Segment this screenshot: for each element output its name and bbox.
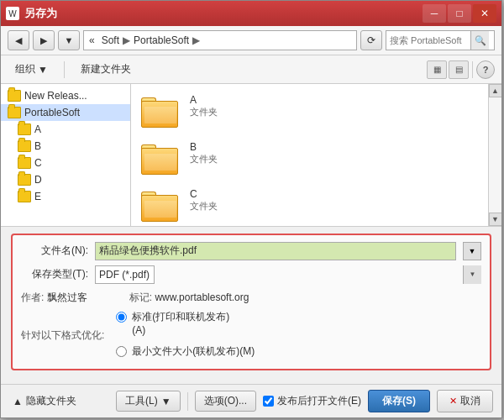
new-folder-button[interactable]: 新建文件夹 xyxy=(73,59,139,80)
search-input[interactable] xyxy=(386,35,470,45)
path-part-soft[interactable]: Soft xyxy=(102,34,119,46)
view-icons: ▦ ▤ ? xyxy=(427,60,495,79)
organize-label: 组织 xyxy=(15,62,35,76)
folder-type: 文件夹 xyxy=(190,200,218,213)
organize-button[interactable]: 组织 ▼ xyxy=(8,59,55,80)
address-bar: ◀ ▶ ▼ « Soft ▶ PortableSoft ▶ ⟳ 🔍 xyxy=(1,26,501,55)
folder-large-icon xyxy=(141,94,181,128)
save-button[interactable]: 保存(S) xyxy=(368,390,430,412)
back-button[interactable]: ◀ xyxy=(8,30,29,50)
open-after-save-checkbox[interactable] xyxy=(263,396,274,407)
tools-arrow: ▼ xyxy=(161,396,171,407)
author-section: 作者: 飘然过客 xyxy=(21,291,87,305)
optimize-radio-1[interactable] xyxy=(116,312,127,323)
folder-item-c[interactable]: C 文件夹 xyxy=(138,185,481,225)
folder-item-b[interactable]: B 文件夹 xyxy=(138,138,481,178)
tools-button[interactable]: 工具(L) ▼ xyxy=(116,391,181,412)
optimize-label: 针对以下格式优化: xyxy=(21,328,104,343)
sidebar-item-label: C xyxy=(34,157,42,169)
tag-value: www.portablesoft.org xyxy=(155,291,249,303)
view-button-1[interactable]: ▦ xyxy=(427,60,447,79)
sidebar-item-c[interactable]: C xyxy=(1,155,130,171)
title-bar-buttons: ─ □ ✕ xyxy=(423,4,496,23)
folder-icon xyxy=(18,157,31,169)
sidebar-item-label: New Releas... xyxy=(24,90,87,102)
filename-input[interactable] xyxy=(95,242,456,260)
sidebar-item-portablesoft[interactable]: PortableSoft xyxy=(1,104,130,121)
cancel-label: 取消 xyxy=(460,394,480,408)
cancel-button[interactable]: ✕ 取消 xyxy=(437,390,493,412)
filetype-label: 保存类型(T): xyxy=(21,267,88,281)
main-content: New Releas... PortableSoft A B C D xyxy=(1,84,501,226)
folder-large-icon xyxy=(141,188,181,222)
organize-arrow: ▼ xyxy=(38,64,48,76)
folder-icon xyxy=(8,90,21,102)
path-arrow1: ▶ xyxy=(123,34,130,46)
action-right: 工具(L) ▼ 选项(O)... 发布后打开文件(E) 保存(S) ✕ 取消 xyxy=(116,390,493,412)
filetype-select-arrow: ▼ xyxy=(463,265,481,284)
maximize-button[interactable]: □ xyxy=(448,4,471,23)
optimize-label-2: 最小文件大小(联机发布)(M) xyxy=(132,344,255,359)
author-label: 作者: xyxy=(21,291,44,303)
view-button-2[interactable]: ▤ xyxy=(449,60,469,79)
path-part-portablesoft[interactable]: PortableSoft xyxy=(134,34,189,46)
scroll-down-arrow[interactable]: ▼ xyxy=(489,213,502,226)
title-bar: W 另存为 ─ □ ✕ xyxy=(1,1,501,26)
option-button[interactable]: 选项(O)... xyxy=(195,391,256,412)
search-box[interactable]: 🔍 xyxy=(386,30,495,50)
sidebar-item-d[interactable]: D xyxy=(1,171,130,188)
search-button[interactable]: 🔍 xyxy=(470,31,489,50)
sidebar-item-label: D xyxy=(34,174,42,186)
sidebar-item-b[interactable]: B xyxy=(1,138,130,155)
highlighted-form-area: 文件名(N): ▼ 保存类型(T): PDF (*.pdf) ▼ xyxy=(11,234,491,370)
folder-item-a[interactable]: A 文件夹 xyxy=(138,91,481,131)
sidebar-item-label: B xyxy=(34,140,41,152)
folder-type: 文件夹 xyxy=(190,153,218,165)
optimize-options: 标准(打印和联机发布)(A) 最小文件大小(联机发布)(M) xyxy=(116,310,255,362)
sidebar-item-a[interactable]: A xyxy=(1,121,130,138)
minimize-button[interactable]: ─ xyxy=(423,4,446,23)
optimize-option1[interactable]: 标准(打印和联机发布)(A) xyxy=(116,310,255,339)
folder-icon xyxy=(8,107,21,118)
folder-type: 文件夹 xyxy=(190,106,218,118)
action-bar: ▲ 隐藏文件夹 工具(L) ▼ 选项(O)... 发布后打开文件(E) 保存(S… xyxy=(1,384,501,417)
scroll-track[interactable] xyxy=(489,97,501,213)
cancel-icon: ✕ xyxy=(449,396,457,407)
tag-label: 标记: xyxy=(129,291,152,303)
scroll-up-arrow[interactable]: ▲ xyxy=(489,84,502,97)
option-label: 选项(O)... xyxy=(204,394,247,408)
address-path[interactable]: « Soft ▶ PortableSoft ▶ xyxy=(83,30,357,50)
filename-row: 文件名(N): ▼ xyxy=(21,242,481,260)
optimize-option2[interactable]: 最小文件大小(联机发布)(M) xyxy=(116,344,255,359)
folder-info: C 文件夹 xyxy=(190,188,218,213)
sidebar-item-e[interactable]: E xyxy=(1,188,130,205)
folder-name: A xyxy=(190,94,218,106)
refresh-button[interactable]: ⟳ xyxy=(360,30,382,50)
folder-large-icon xyxy=(141,141,181,175)
close-button[interactable]: ✕ xyxy=(473,4,496,23)
filetype-select[interactable]: PDF (*.pdf) xyxy=(95,265,155,284)
toolbar-separator xyxy=(64,61,65,78)
checkbox-label[interactable]: 发布后打开文件(E) xyxy=(277,394,361,408)
action-left: ▲ 隐藏文件夹 xyxy=(9,392,80,410)
toolbar: 组织 ▼ 新建文件夹 ▦ ▤ ? xyxy=(1,55,501,84)
help-button[interactable]: ? xyxy=(476,60,495,79)
right-scrollbar[interactable]: ▲ ▼ xyxy=(488,84,501,226)
toggle-label: 隐藏文件夹 xyxy=(26,394,76,408)
filename-dropdown[interactable]: ▼ xyxy=(463,242,481,260)
forward-button[interactable]: ▶ xyxy=(33,30,55,50)
save-dialog-window: W 另存为 ─ □ ✕ ◀ ▶ ▼ « Soft ▶ PortableSoft … xyxy=(0,0,502,418)
toggle-folder-button[interactable]: ▲ 隐藏文件夹 xyxy=(9,392,80,410)
sidebar[interactable]: New Releas... PortableSoft A B C D xyxy=(1,84,131,226)
window-title: 另存为 xyxy=(24,6,423,21)
optimize-radio-2[interactable] xyxy=(116,346,127,357)
sidebar-item-newrelease[interactable]: New Releas... xyxy=(1,87,130,104)
file-area[interactable]: A 文件夹 B 文件夹 xyxy=(131,84,488,226)
folder-info: A 文件夹 xyxy=(190,94,218,118)
folder-name: C xyxy=(190,188,218,200)
bottom-form: 文件名(N): ▼ 保存类型(T): PDF (*.pdf) ▼ xyxy=(1,226,501,384)
dropdown-button[interactable]: ▼ xyxy=(58,30,80,50)
optimize-section: 针对以下格式优化: 标准(打印和联机发布)(A) 最小文件大小(联机发布)(M) xyxy=(21,310,481,362)
optimize-title-row: 针对以下格式优化: 标准(打印和联机发布)(A) 最小文件大小(联机发布)(M) xyxy=(21,310,481,362)
tag-section: 标记: www.portablesoft.org xyxy=(129,291,249,305)
